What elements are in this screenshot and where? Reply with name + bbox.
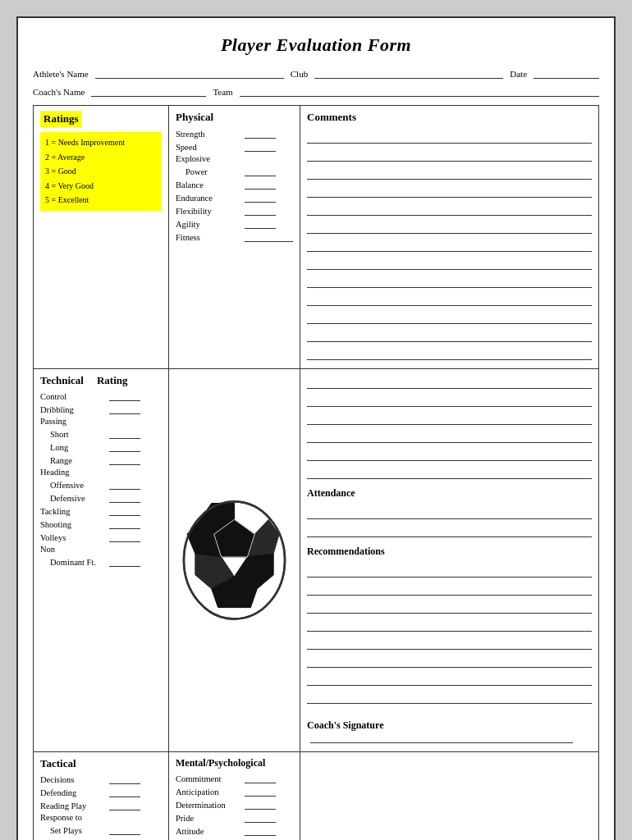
rec-line-8[interactable] — [307, 689, 592, 704]
recommendations-header: Recommendations — [307, 546, 592, 558]
defending-value[interactable] — [109, 787, 140, 797]
volleys-value[interactable] — [109, 532, 140, 542]
rec-line-5[interactable] — [307, 635, 592, 650]
field-control: Control — [40, 390, 162, 401]
short-label: Short — [40, 430, 106, 439]
range-label: Range — [40, 456, 106, 465]
defensive-value[interactable] — [109, 492, 140, 503]
team-line[interactable] — [240, 85, 599, 97]
decisions-label: Decisions — [40, 775, 106, 784]
determination-value[interactable] — [245, 799, 276, 810]
comment-line-3[interactable] — [307, 165, 592, 180]
passing-label: Passing — [40, 417, 106, 426]
set-plays-value[interactable] — [109, 824, 140, 835]
comment-line-12[interactable] — [307, 327, 592, 342]
field-determination: Determination — [176, 799, 293, 810]
fitness-value[interactable] — [245, 231, 293, 242]
comments-lines — [307, 129, 592, 360]
anticipation-label: Anticipation — [176, 788, 241, 797]
comment-line-11[interactable] — [307, 309, 592, 324]
set-plays-label: Set Plays — [40, 826, 106, 835]
comment-line-18[interactable] — [307, 446, 592, 461]
field-defending: Defending — [40, 787, 162, 797]
rec-line-7[interactable] — [307, 671, 592, 686]
comment-line-6[interactable] — [307, 219, 592, 234]
comment-line-4[interactable] — [307, 183, 592, 198]
rating-label: Rating — [97, 374, 128, 387]
rec-line-2[interactable] — [307, 581, 592, 596]
non-label: Non — [40, 545, 106, 554]
club-label: Club — [291, 69, 308, 79]
athlete-name-line[interactable] — [95, 67, 284, 79]
comment-line-14[interactable] — [307, 374, 592, 389]
comment-line-19[interactable] — [307, 464, 592, 479]
technical-header-row: Technical Rating — [40, 374, 162, 387]
flexibility-value[interactable] — [245, 205, 276, 216]
comment-line-15[interactable] — [307, 392, 592, 407]
field-endurance: Endurance — [176, 192, 293, 203]
coach-sig-line[interactable] — [310, 732, 573, 743]
comment-line-10[interactable] — [307, 291, 592, 306]
dribbling-value[interactable] — [109, 404, 140, 414]
commitment-value[interactable] — [245, 773, 276, 783]
attendance-line-1[interactable] — [307, 504, 592, 519]
strength-value[interactable] — [245, 128, 276, 139]
field-defensive: Defensive — [40, 492, 162, 503]
offensive-value[interactable] — [109, 479, 140, 490]
balance-value[interactable] — [245, 179, 276, 189]
anticipation-value[interactable] — [245, 786, 276, 797]
control-value[interactable] — [109, 390, 140, 401]
long-value[interactable] — [109, 441, 140, 452]
club-line[interactable] — [314, 67, 503, 79]
field-non: Non — [40, 545, 162, 554]
page-title: Player Evaluation Form — [33, 34, 599, 56]
attendance-line-2[interactable] — [307, 523, 592, 537]
rec-line-3[interactable] — [307, 599, 592, 614]
short-value[interactable] — [109, 428, 140, 439]
comment-line-9[interactable] — [307, 273, 592, 288]
field-anticipation: Anticipation — [176, 786, 293, 797]
tackling-value[interactable] — [109, 505, 140, 516]
comment-line-8[interactable] — [307, 255, 592, 270]
recommendations-section: Recommendations — [307, 546, 592, 704]
field-decisions: Decisions — [40, 774, 162, 784]
endurance-value[interactable] — [245, 192, 276, 203]
coach-name-line[interactable] — [91, 85, 206, 97]
rec-line-6[interactable] — [307, 653, 592, 668]
decisions-value[interactable] — [109, 774, 140, 784]
rec-line-1[interactable] — [307, 563, 592, 578]
determination-label: Determination — [176, 801, 241, 810]
comment-line-7[interactable] — [307, 237, 592, 252]
field-explosive: Explosive — [176, 154, 293, 163]
comments-section: Comments — [300, 106, 598, 368]
comment-line-5[interactable] — [307, 201, 592, 216]
power-value[interactable] — [245, 166, 276, 176]
power-label: Power — [176, 167, 241, 176]
comment-line-1[interactable] — [307, 129, 592, 144]
attitude-value[interactable] — [245, 825, 276, 836]
comment-line-16[interactable] — [307, 410, 592, 425]
shooting-value[interactable] — [109, 518, 140, 529]
tackling-label: Tackling — [40, 507, 106, 516]
agility-value[interactable] — [245, 218, 276, 229]
field-short: Short — [40, 428, 162, 439]
field-pride: Pride — [176, 812, 293, 823]
comment-line-17[interactable] — [307, 428, 592, 443]
rec-line-4[interactable] — [307, 617, 592, 632]
control-label: Control — [40, 392, 106, 401]
comment-line-13[interactable] — [307, 345, 592, 360]
explosive-label: Explosive — [176, 154, 241, 163]
rating-1: 1 = Needs Improvement — [45, 135, 157, 150]
attendance-header: Attendance — [307, 487, 592, 500]
reading-play-value[interactable] — [109, 800, 140, 810]
defensive-label: Defensive — [40, 494, 106, 503]
balance-label: Balance — [176, 180, 241, 189]
range-value[interactable] — [109, 454, 140, 465]
pride-value[interactable] — [245, 812, 276, 823]
date-line[interactable] — [534, 67, 599, 79]
coach-sig-label: Coach's Signature — [307, 719, 383, 731]
rating-2: 2 = Average — [45, 150, 157, 165]
speed-value[interactable] — [245, 141, 276, 152]
comment-line-2[interactable] — [307, 147, 592, 162]
dominant-value[interactable] — [109, 556, 140, 567]
